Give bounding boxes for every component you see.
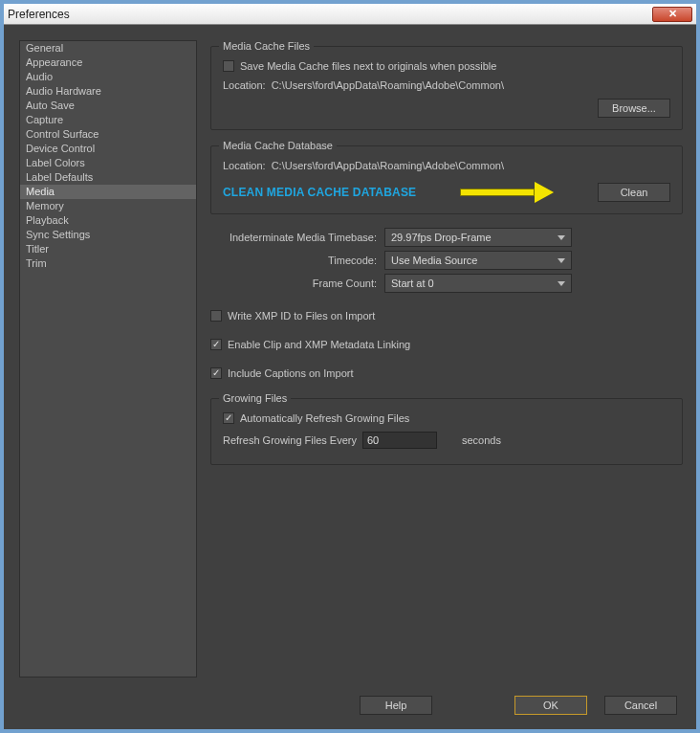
- timecode-value: Use Media Source: [391, 255, 478, 266]
- frame-count-label: Frame Count:: [210, 278, 384, 289]
- media-cache-database-group: Media Cache Database Location: C:\Users\…: [210, 145, 683, 214]
- group-legend: Growing Files: [219, 392, 291, 404]
- sidebar-item-audio-hardware[interactable]: Audio Hardware: [20, 84, 196, 99]
- timebase-value: 29.97fps Drop-Frame: [391, 232, 492, 243]
- clean-database-button[interactable]: Clean: [598, 183, 670, 202]
- auto-refresh-growing-label: Automatically Refresh Growing Files: [240, 412, 409, 424]
- sidebar-item-label-colors[interactable]: Label Colors: [20, 156, 196, 170]
- timecode-select[interactable]: Use Media Source: [384, 251, 572, 270]
- arrow-head-icon: [535, 182, 554, 203]
- enable-clip-xmp-checkbox[interactable]: [210, 339, 222, 350]
- enable-clip-xmp-label: Enable Clip and XMP Metadata Linking: [228, 339, 410, 350]
- dialog-footer: Help OK Cancel: [4, 687, 696, 729]
- chevron-down-icon: [558, 235, 565, 240]
- annotation-arrow: [424, 183, 590, 202]
- refresh-every-label: Refresh Growing Files Every: [223, 434, 357, 446]
- clean-db-callout: CLEAN MEDIA CACHE DATABASE: [223, 186, 416, 199]
- media-options: Indeterminate Media Timebase: 29.97fps D…: [210, 224, 683, 297]
- timebase-select[interactable]: 29.97fps Drop-Frame: [384, 228, 572, 247]
- group-legend: Media Cache Files: [219, 40, 314, 52]
- sidebar-item-titler[interactable]: Titler: [20, 242, 196, 256]
- sidebar-item-trim[interactable]: Trim: [20, 256, 196, 271]
- refresh-every-input[interactable]: [362, 432, 437, 449]
- sidebar-item-playback[interactable]: Playback: [20, 213, 196, 228]
- frame-count-value: Start at 0: [391, 278, 434, 289]
- save-next-to-originals-checkbox[interactable]: [223, 60, 234, 72]
- media-cache-files-group: Media Cache Files Save Media Cache files…: [210, 46, 683, 130]
- preferences-window: Preferences ✕ GeneralAppearanceAudioAudi…: [0, 0, 700, 733]
- window-close-button[interactable]: ✕: [652, 7, 692, 22]
- sidebar-item-capture[interactable]: Capture: [20, 113, 196, 127]
- sidebar-item-auto-save[interactable]: Auto Save: [20, 99, 196, 113]
- titlebar[interactable]: Preferences ✕: [4, 4, 696, 25]
- chevron-down-icon: [558, 281, 565, 286]
- sidebar-item-device-control[interactable]: Device Control: [20, 142, 196, 156]
- help-button[interactable]: Help: [360, 696, 432, 715]
- sidebar-item-sync-settings[interactable]: Sync Settings: [20, 228, 196, 242]
- group-legend: Media Cache Database: [219, 140, 337, 151]
- frame-count-select[interactable]: Start at 0: [384, 274, 572, 293]
- write-xmp-checkbox[interactable]: [210, 310, 222, 322]
- category-sidebar: GeneralAppearanceAudioAudio HardwareAuto…: [19, 40, 197, 677]
- include-captions-label: Include Captions on Import: [228, 367, 353, 379]
- timecode-label: Timecode:: [210, 255, 384, 266]
- cancel-button[interactable]: Cancel: [604, 696, 677, 715]
- sidebar-item-audio[interactable]: Audio: [20, 70, 196, 84]
- cache-db-location-label: Location:: [223, 160, 266, 171]
- sidebar-item-general[interactable]: General: [20, 41, 196, 56]
- seconds-label: seconds: [462, 434, 501, 446]
- write-xmp-label: Write XMP ID to Files on Import: [228, 310, 375, 322]
- chevron-down-icon: [558, 258, 565, 263]
- sidebar-item-control-surface[interactable]: Control Surface: [20, 127, 196, 142]
- sidebar-item-appearance[interactable]: Appearance: [20, 56, 196, 70]
- cache-files-location-label: Location:: [223, 79, 266, 91]
- close-icon: ✕: [668, 8, 677, 20]
- growing-files-group: Growing Files Automatically Refresh Grow…: [210, 398, 683, 465]
- ok-button[interactable]: OK: [514, 696, 587, 715]
- sidebar-item-media[interactable]: Media: [20, 185, 196, 199]
- dialog-body: GeneralAppearanceAudioAudio HardwareAuto…: [4, 25, 696, 687]
- save-next-to-originals-label: Save Media Cache files next to originals…: [240, 60, 496, 72]
- window-title: Preferences: [8, 8, 652, 21]
- include-captions-checkbox[interactable]: [210, 367, 222, 379]
- auto-refresh-growing-checkbox[interactable]: [223, 412, 234, 424]
- sidebar-item-label-defaults[interactable]: Label Defaults: [20, 170, 196, 185]
- main-panel: Media Cache Files Save Media Cache files…: [210, 40, 683, 677]
- timebase-label: Indeterminate Media Timebase:: [210, 232, 384, 243]
- cache-files-browse-button[interactable]: Browse...: [598, 99, 670, 118]
- arrow-shaft-icon: [460, 189, 535, 196]
- cache-db-location-value: C:\Users\ford\AppData\Roaming\Adobe\Comm…: [272, 160, 504, 171]
- sidebar-item-memory[interactable]: Memory: [20, 199, 196, 213]
- cache-files-location-value: C:\Users\ford\AppData\Roaming\Adobe\Comm…: [272, 79, 504, 91]
